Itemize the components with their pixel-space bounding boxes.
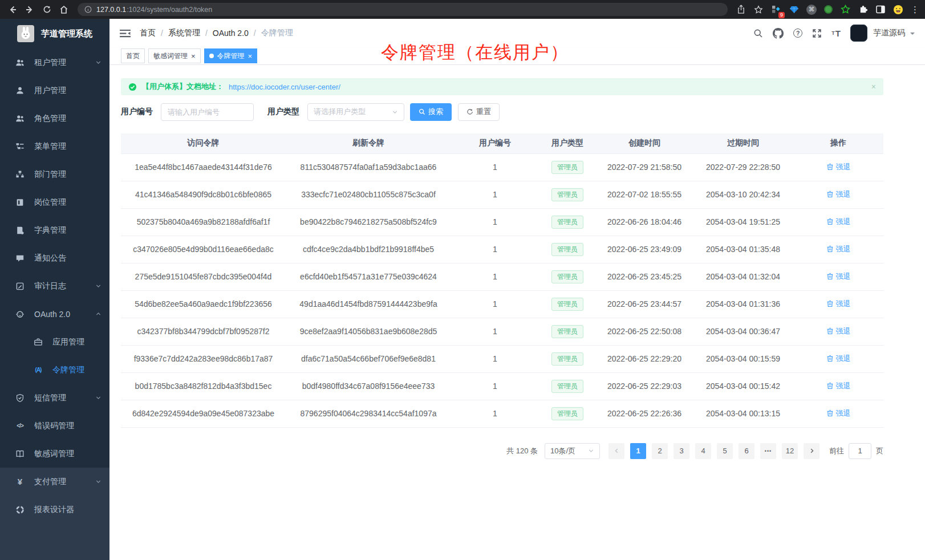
tab-token-management[interactable]: 令牌管理	[204, 48, 258, 63]
breadcrumb-item-oauth[interactable]: OAuth 2.0	[213, 29, 249, 38]
user-id: 1	[493, 382, 497, 391]
table-row: 275e5de9151045fe87cbdc395e004f4d e6cfd40…	[121, 263, 883, 290]
menu-tree-icon	[15, 141, 25, 152]
revoke-button[interactable]: 强退	[826, 381, 851, 391]
browser-menu-icon[interactable]	[911, 5, 919, 15]
sidebar-item-auditlog[interactable]: 审计日志	[0, 272, 109, 300]
reload-icon[interactable]	[40, 3, 54, 17]
created-time: 2022-06-25 23:45:25	[607, 272, 681, 281]
sidebar-item-sms[interactable]: 短信管理	[0, 384, 109, 412]
revoke-button[interactable]: 强退	[826, 299, 851, 309]
close-icon[interactable]	[248, 52, 253, 60]
close-icon[interactable]	[871, 82, 876, 91]
page-button-last[interactable]: 12	[782, 443, 798, 459]
trash-icon	[826, 327, 834, 335]
app-title: 芋道管理系统	[41, 29, 92, 39]
profile-avatar-icon[interactable]	[893, 5, 903, 15]
page-button-2[interactable]: 2	[652, 443, 668, 459]
doc-link[interactable]: https://doc.iocoder.cn/user-center/	[229, 83, 340, 91]
revoke-label: 强退	[836, 408, 851, 419]
next-page-button[interactable]	[804, 443, 819, 459]
sidebar-item-label: 部门管理	[34, 169, 102, 180]
sidebar-item-tenant[interactable]: 租户管理	[0, 48, 109, 76]
sidebar-item-label: 错误码管理	[34, 421, 102, 431]
breadcrumb-item-system[interactable]: 系统管理	[168, 28, 200, 38]
goto-page-input[interactable]	[849, 443, 871, 459]
sidebar-item-report-designer[interactable]: 报表设计器	[0, 496, 109, 524]
sidebar-item-sensitiveword[interactable]: 敏感词管理	[0, 440, 109, 468]
user-id-input[interactable]	[161, 103, 254, 121]
revoke-button[interactable]: 强退	[826, 271, 851, 282]
revoke-button[interactable]: 强退	[826, 162, 851, 172]
url-bar[interactable]: 127.0.0.1:1024/system/oauth2/token	[78, 3, 728, 16]
sidebar-item-notice[interactable]: 通知公告	[0, 244, 109, 272]
revoke-button[interactable]: 强退	[826, 408, 851, 419]
sidebar-item-label: 字典管理	[34, 225, 102, 236]
user-type-badge: 管理员	[551, 270, 583, 283]
extension-blocks-icon[interactable]: 9	[771, 5, 781, 15]
chevron-left-icon	[614, 448, 620, 454]
sidebar-item-role[interactable]: 角色管理	[0, 104, 109, 132]
url-path: :1024/system/oauth2/token	[127, 6, 212, 14]
reset-button[interactable]: 重置	[458, 103, 500, 121]
revoke-button[interactable]: 强退	[826, 354, 851, 364]
search-icon[interactable]	[753, 29, 763, 38]
sidebar-toggle-icon[interactable]	[875, 5, 886, 15]
page-button-4[interactable]: 4	[695, 443, 711, 459]
help-icon[interactable]	[793, 29, 802, 38]
more-pages-button[interactable]: •••	[760, 443, 776, 459]
home-icon[interactable]	[57, 3, 71, 17]
page-button-6[interactable]: 6	[739, 443, 754, 459]
close-icon[interactable]	[191, 52, 196, 60]
breadcrumb-item-home[interactable]: 首页	[140, 28, 156, 38]
page-button-5[interactable]: 5	[717, 443, 733, 459]
search-button[interactable]: 搜索	[410, 103, 452, 121]
back-icon[interactable]	[6, 3, 19, 17]
fullscreen-icon[interactable]	[812, 29, 822, 38]
gem-extension-icon[interactable]	[789, 5, 799, 15]
user-avatar[interactable]	[850, 25, 867, 42]
share-icon[interactable]	[736, 5, 746, 15]
revoke-button[interactable]: 强退	[826, 189, 851, 200]
org-chart-icon	[15, 169, 25, 180]
green-dot-extension-icon[interactable]	[824, 5, 833, 14]
sidebar-item-token-management[interactable]: (A) 令牌管理	[0, 356, 109, 384]
sidebar-item-oauth[interactable]: OAuth 2.0	[0, 300, 109, 328]
site-info-icon[interactable]	[84, 6, 92, 13]
user-menu-caret-icon[interactable]	[910, 33, 915, 37]
sidebar-item-errorcode[interactable]: </> 错误码管理	[0, 412, 109, 440]
shield-check-icon	[15, 393, 25, 403]
sidebar-item-user[interactable]: 用户管理	[0, 76, 109, 104]
sidebar-item-dept[interactable]: 部门管理	[0, 160, 109, 188]
sidebar-item-menu[interactable]: 菜单管理	[0, 132, 109, 160]
page-content: 【用户体系】文档地址： https://doc.iocoder.cn/user-…	[109, 65, 925, 560]
username[interactable]: 芋道源码	[873, 28, 905, 38]
command-extension-icon[interactable]	[806, 5, 817, 15]
sidebar-item-app-management[interactable]: 应用管理	[0, 328, 109, 356]
sidebar-item-pay[interactable]: ¥ 支付管理	[0, 468, 109, 496]
github-icon[interactable]	[773, 28, 784, 39]
revoke-button[interactable]: 强退	[826, 244, 851, 254]
access-token: 1ea5e44f8bc1467aaede43144f31de76	[135, 163, 272, 172]
sidebar-item-dict[interactable]: 字典管理	[0, 216, 109, 244]
bookmark-star-icon[interactable]	[753, 5, 764, 15]
tab-sensitive-word[interactable]: 敏感词管理	[148, 48, 201, 63]
dictionary-icon	[15, 225, 25, 236]
collapse-sidebar-icon[interactable]	[120, 29, 131, 38]
revoke-button[interactable]: 强退	[826, 217, 851, 227]
app-logo-row[interactable]: 芋道管理系统	[0, 19, 109, 48]
page-button-1[interactable]: 1	[630, 443, 646, 459]
expire-time: 2054-03-10 20:42:34	[706, 190, 780, 199]
forward-icon[interactable]	[23, 3, 36, 17]
green-star-extension-icon[interactable]	[840, 5, 850, 15]
page-size-select[interactable]: 10条/页	[545, 443, 600, 459]
font-size-icon[interactable]	[831, 29, 841, 38]
user-type-select[interactable]: 请选择用户类型	[307, 103, 404, 121]
tab-home[interactable]: 首页	[121, 48, 145, 63]
page-button-3[interactable]: 3	[674, 443, 689, 459]
revoke-button[interactable]: 强退	[826, 326, 851, 336]
briefcase-icon	[33, 337, 43, 347]
prev-page-button[interactable]	[608, 443, 624, 459]
puzzle-extension-icon[interactable]	[858, 5, 868, 15]
sidebar-item-post[interactable]: 岗位管理	[0, 188, 109, 216]
